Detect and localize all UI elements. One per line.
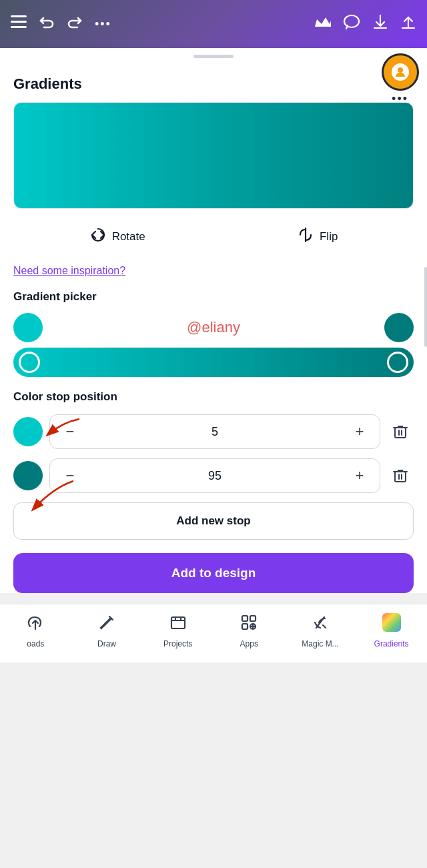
right-slider-stop[interactable] (387, 352, 408, 373)
menu-icon[interactable] (11, 15, 27, 33)
svg-rect-9 (250, 616, 256, 621)
svg-rect-7 (171, 617, 185, 628)
svg-point-4 (398, 67, 403, 73)
stop-1-increase[interactable]: + (349, 423, 370, 440)
svg-rect-6 (395, 472, 406, 482)
stop-1-color[interactable] (13, 417, 43, 446)
left-color-dot[interactable] (13, 313, 43, 342)
gradient-preview (13, 102, 414, 209)
magic-icon (311, 613, 330, 636)
gradients-label: Gradients (374, 639, 409, 648)
svg-rect-8 (242, 616, 248, 621)
add-to-design-button[interactable]: Add to design (13, 553, 414, 593)
stop-2-delete[interactable] (387, 462, 414, 489)
bottom-nav: oads Draw Projects (0, 604, 427, 663)
svg-rect-0 (11, 15, 27, 17)
svg-rect-5 (395, 428, 406, 438)
projects-icon (169, 613, 187, 636)
toolbar-left: ••• (11, 14, 111, 34)
gradient-picker-label: Gradient picker (13, 290, 414, 304)
svg-rect-1 (11, 21, 27, 23)
toolbar: ••• (0, 0, 427, 48)
gradient-slider[interactable] (13, 348, 414, 377)
chat-icon[interactable] (343, 13, 360, 35)
nav-item-magic[interactable]: Magic M... (300, 613, 340, 648)
share-icon[interactable] (400, 13, 416, 35)
stop-1-value: 5 (211, 425, 218, 439)
panel-title: Gradients (13, 75, 414, 93)
crown-icon[interactable] (314, 15, 331, 33)
nav-item-uploads[interactable]: oads (15, 613, 55, 648)
add-stop-button[interactable]: Add new stop (13, 502, 414, 540)
stop-2-color[interactable] (13, 461, 43, 490)
nav-item-apps[interactable]: Apps (229, 613, 269, 648)
nav-item-gradients[interactable]: Gradients (372, 613, 412, 648)
gradients-nav-icon (382, 613, 401, 636)
flip-button[interactable]: Flip (286, 222, 348, 252)
right-color-dot[interactable] (384, 313, 414, 342)
svg-rect-2 (11, 26, 27, 28)
uploads-icon (26, 613, 45, 636)
action-row: Rotate Flip (13, 222, 414, 252)
rotate-icon (89, 226, 107, 248)
stop-2-controls: − 95 + (49, 458, 380, 493)
draw-label: Draw (97, 639, 116, 648)
color-stop-position-label: Color stop position (13, 390, 414, 404)
svg-rect-10 (242, 624, 248, 629)
rotate-button[interactable]: Rotate (79, 222, 156, 252)
rotate-label: Rotate (112, 230, 145, 244)
scrollbar[interactable] (424, 267, 427, 347)
draw-icon (97, 613, 116, 636)
drag-handle (0, 48, 427, 63)
inspiration-link[interactable]: Need some inspiration? (13, 265, 414, 277)
avatar-more-dots: ••• (392, 92, 408, 106)
stop-2-decrease[interactable]: − (59, 467, 81, 484)
watermark-text: @eliany (43, 319, 384, 336)
stop-2-increase[interactable]: + (349, 467, 370, 484)
projects-label: Projects (163, 639, 192, 648)
redo-icon[interactable] (67, 14, 83, 34)
svg-point-3 (344, 15, 359, 27)
flip-label: Flip (320, 230, 338, 244)
avatar-icon (392, 63, 409, 81)
more-icon[interactable]: ••• (95, 17, 111, 31)
toolbar-right (314, 13, 416, 35)
apps-label: Apps (240, 639, 258, 648)
drag-bar (193, 55, 234, 58)
flip-icon (297, 226, 314, 248)
undo-icon[interactable] (39, 14, 55, 34)
gradient-picker-row: @eliany (13, 313, 414, 342)
stop-rows-container: − 5 + (13, 414, 414, 493)
apps-icon (240, 613, 258, 636)
main-panel: Gradients Rotate Flip (0, 63, 427, 593)
stop-1-decrease[interactable]: − (59, 423, 81, 440)
left-slider-stop[interactable] (19, 352, 40, 373)
stop-row-2: − 95 + (13, 458, 414, 493)
stop-row-1: − 5 + (13, 414, 414, 449)
avatar-button[interactable] (382, 53, 419, 91)
magic-label: Magic M... (302, 639, 338, 648)
stop-1-delete[interactable] (387, 418, 414, 445)
uploads-label: oads (27, 639, 44, 648)
stop-2-value: 95 (208, 469, 222, 483)
nav-item-draw[interactable]: Draw (87, 613, 127, 648)
nav-item-projects[interactable]: Projects (158, 613, 198, 648)
stop-1-controls: − 5 + (49, 414, 380, 449)
download-icon[interactable] (372, 13, 388, 35)
